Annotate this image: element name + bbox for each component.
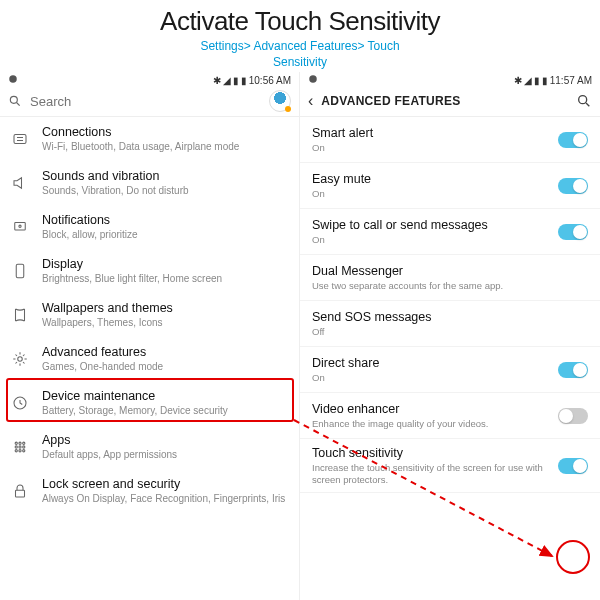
- row-title: Display: [42, 257, 289, 272]
- settings-row-advanced[interactable]: Advanced featuresGames, One-handed mode: [0, 337, 299, 381]
- tutorial-header: Activate Touch Sensitivity Settings> Adv…: [0, 0, 600, 72]
- bluetooth-icon: ✱: [213, 75, 221, 86]
- bluetooth-icon: ✱: [514, 75, 522, 86]
- svg-point-14: [15, 446, 17, 448]
- row-title: Wallpapers and themes: [42, 301, 289, 316]
- advanced-features-list: Smart alertOnEasy muteOnSwipe to call or…: [300, 117, 600, 600]
- battery-icon: ▮: [542, 75, 548, 86]
- avatar[interactable]: [269, 90, 291, 112]
- search-icon: [8, 94, 22, 108]
- advanced-features-screenshot: ✱ ◢ ▮ ▮ 11:57 AM ‹ ADVANCED FEATURES Sma…: [300, 72, 600, 600]
- row-title: Sounds and vibration: [42, 169, 289, 184]
- row-subtitle: Wallpapers, Themes, Icons: [42, 317, 289, 329]
- svg-point-17: [15, 450, 17, 452]
- screen-header: ‹ ADVANCED FEATURES: [300, 86, 600, 117]
- feature-row[interactable]: Dual MessengerUse two separate accounts …: [300, 255, 600, 301]
- row-subtitle: Battery, Storage, Memory, Device securit…: [42, 405, 289, 417]
- svg-rect-6: [15, 223, 26, 231]
- apps-icon: [10, 437, 30, 457]
- toggle-switch[interactable]: [558, 408, 588, 424]
- search-bar[interactable]: [0, 86, 299, 117]
- status-time: 11:57 AM: [550, 75, 592, 86]
- settings-row-maintenance[interactable]: Device maintenanceBattery, Storage, Memo…: [0, 381, 299, 425]
- settings-row-connections[interactable]: ConnectionsWi-Fi, Bluetooth, Data usage,…: [0, 117, 299, 161]
- row-subtitle: Wi-Fi, Bluetooth, Data usage, Airplane m…: [42, 141, 289, 153]
- svg-point-13: [23, 442, 25, 444]
- feature-title: Easy mute: [312, 172, 546, 187]
- settings-row-sound[interactable]: Sounds and vibrationSounds, Vibration, D…: [0, 161, 299, 205]
- feature-row[interactable]: Send SOS messagesOff: [300, 301, 600, 347]
- feature-title: Direct share: [312, 356, 546, 371]
- signal-icon: ▮: [233, 75, 239, 86]
- reddit-icon: [308, 74, 318, 86]
- advanced-icon: [10, 349, 30, 369]
- feature-title: Send SOS messages: [312, 310, 588, 325]
- feature-title: Dual Messenger: [312, 264, 588, 279]
- svg-point-0: [9, 75, 17, 83]
- feature-title: Video enhancer: [312, 402, 546, 417]
- maintenance-icon: [10, 393, 30, 413]
- status-time: 10:56 AM: [249, 75, 291, 86]
- svg-point-21: [309, 75, 317, 83]
- reddit-icon: [8, 74, 18, 86]
- row-subtitle: Games, One-handed mode: [42, 361, 289, 373]
- breadcrumb: Settings> Advanced Features> Touch Sensi…: [0, 39, 600, 70]
- svg-rect-20: [16, 490, 25, 497]
- feature-title: Smart alert: [312, 126, 546, 141]
- feature-title: Swipe to call or send messages: [312, 218, 546, 233]
- feature-subtitle: Off: [312, 326, 588, 337]
- svg-rect-8: [16, 264, 24, 278]
- wifi-icon: ◢: [524, 75, 532, 86]
- settings-row-notifications[interactable]: NotificationsBlock, allow, prioritize: [0, 205, 299, 249]
- toggle-switch[interactable]: [558, 224, 588, 240]
- feature-row[interactable]: Smart alertOn: [300, 117, 600, 163]
- svg-point-1: [10, 97, 17, 104]
- svg-point-22: [579, 96, 587, 104]
- svg-line-23: [586, 103, 589, 106]
- notifications-icon: [10, 217, 30, 237]
- settings-row-display[interactable]: DisplayBrightness, Blue light filter, Ho…: [0, 249, 299, 293]
- wallpaper-icon: [10, 305, 30, 325]
- svg-point-11: [15, 442, 17, 444]
- settings-row-lock[interactable]: Lock screen and securityAlways On Displa…: [0, 469, 299, 513]
- row-title: Connections: [42, 125, 289, 140]
- feature-subtitle: Increase the touch sensitivity of the sc…: [312, 462, 546, 485]
- svg-point-15: [19, 446, 21, 448]
- svg-point-16: [23, 446, 25, 448]
- svg-point-9: [18, 357, 23, 362]
- feature-subtitle: On: [312, 234, 546, 245]
- feature-row[interactable]: Touch sensitivityIncrease the touch sens…: [300, 439, 600, 493]
- search-input[interactable]: [30, 94, 261, 109]
- settings-screenshot: ✱ ◢ ▮ ▮ 10:56 AM ConnectionsWi-Fi, Bluet…: [0, 72, 300, 600]
- svg-point-19: [23, 450, 25, 452]
- row-subtitle: Block, allow, prioritize: [42, 229, 289, 241]
- lock-icon: [10, 481, 30, 501]
- feature-row[interactable]: Swipe to call or send messagesOn: [300, 209, 600, 255]
- feature-title: Touch sensitivity: [312, 446, 546, 461]
- wifi-icon: ◢: [223, 75, 231, 86]
- svg-line-2: [17, 103, 20, 106]
- feature-row[interactable]: Easy muteOn: [300, 163, 600, 209]
- row-subtitle: Brightness, Blue light filter, Home scre…: [42, 273, 289, 285]
- search-icon[interactable]: [576, 93, 592, 109]
- feature-row[interactable]: Video enhancerEnhance the image quality …: [300, 393, 600, 439]
- toggle-switch[interactable]: [558, 458, 588, 474]
- feature-subtitle: Use two separate accounts for the same a…: [312, 280, 588, 291]
- screen-title: ADVANCED FEATURES: [321, 94, 568, 108]
- connections-icon: [10, 129, 30, 149]
- status-bar: ✱ ◢ ▮ ▮ 10:56 AM: [0, 72, 299, 86]
- back-icon[interactable]: ‹: [308, 92, 313, 110]
- sound-icon: [10, 173, 30, 193]
- display-icon: [10, 261, 30, 281]
- feature-subtitle: Enhance the image quality of your videos…: [312, 418, 546, 429]
- feature-row[interactable]: Direct shareOn: [300, 347, 600, 393]
- signal-icon: ▮: [534, 75, 540, 86]
- row-subtitle: Sounds, Vibration, Do not disturb: [42, 185, 289, 197]
- toggle-switch[interactable]: [558, 362, 588, 378]
- row-title: Lock screen and security: [42, 477, 289, 492]
- toggle-switch[interactable]: [558, 178, 588, 194]
- toggle-switch[interactable]: [558, 132, 588, 148]
- settings-row-wallpaper[interactable]: Wallpapers and themesWallpapers, Themes,…: [0, 293, 299, 337]
- settings-row-apps[interactable]: AppsDefault apps, App permissions: [0, 425, 299, 469]
- settings-list: ConnectionsWi-Fi, Bluetooth, Data usage,…: [0, 117, 299, 600]
